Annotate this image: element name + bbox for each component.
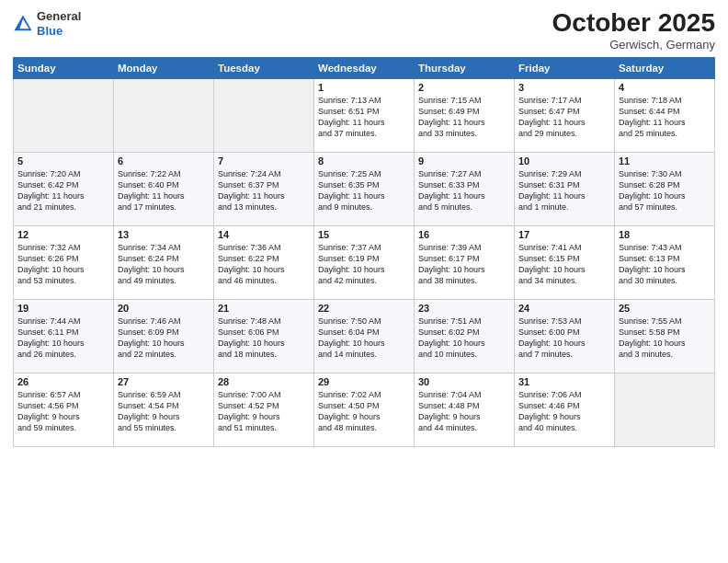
weekday-header: Thursday xyxy=(415,57,515,78)
cell-text: Sunrise: 7:04 AM Sunset: 4:48 PM Dayligh… xyxy=(418,389,510,434)
calendar-cell: 4Sunrise: 7:18 AM Sunset: 6:44 PM Daylig… xyxy=(615,78,715,152)
calendar-body: 1Sunrise: 7:13 AM Sunset: 6:51 PM Daylig… xyxy=(14,78,715,446)
calendar-cell xyxy=(214,78,314,152)
day-number: 19 xyxy=(17,303,109,314)
day-number: 24 xyxy=(518,303,610,314)
calendar-cell: 6Sunrise: 7:22 AM Sunset: 6:40 PM Daylig… xyxy=(114,152,214,225)
cell-text: Sunrise: 7:18 AM Sunset: 6:44 PM Dayligh… xyxy=(619,95,711,140)
calendar-cell: 10Sunrise: 7:29 AM Sunset: 6:31 PM Dayli… xyxy=(515,152,615,225)
cell-text: Sunrise: 7:22 AM Sunset: 6:40 PM Dayligh… xyxy=(118,168,210,213)
calendar-cell: 29Sunrise: 7:02 AM Sunset: 4:50 PM Dayli… xyxy=(314,373,415,446)
calendar-cell: 21Sunrise: 7:48 AM Sunset: 6:06 PM Dayli… xyxy=(214,299,314,373)
cell-text: Sunrise: 6:59 AM Sunset: 4:54 PM Dayligh… xyxy=(118,389,210,434)
calendar-week-row: 5Sunrise: 7:20 AM Sunset: 6:42 PM Daylig… xyxy=(14,152,715,225)
calendar-cell: 25Sunrise: 7:55 AM Sunset: 5:58 PM Dayli… xyxy=(615,299,715,373)
calendar-cell: 31Sunrise: 7:06 AM Sunset: 4:46 PM Dayli… xyxy=(515,373,615,446)
calendar-header-row: SundayMondayTuesdayWednesdayThursdayFrid… xyxy=(14,57,715,78)
weekday-header: Monday xyxy=(114,57,214,78)
calendar-cell: 27Sunrise: 6:59 AM Sunset: 4:54 PM Dayli… xyxy=(114,373,214,446)
cell-text: Sunrise: 7:44 AM Sunset: 6:11 PM Dayligh… xyxy=(17,316,109,361)
cell-text: Sunrise: 7:32 AM Sunset: 6:26 PM Dayligh… xyxy=(17,242,109,287)
day-number: 20 xyxy=(118,303,210,314)
location: Gerwisch, Germany xyxy=(552,38,715,52)
calendar-cell: 12Sunrise: 7:32 AM Sunset: 6:26 PM Dayli… xyxy=(14,225,114,299)
calendar-cell xyxy=(14,78,114,152)
calendar-cell: 13Sunrise: 7:34 AM Sunset: 6:24 PM Dayli… xyxy=(114,225,214,299)
day-number: 11 xyxy=(619,155,711,167)
day-number: 22 xyxy=(318,303,410,314)
calendar-cell: 17Sunrise: 7:41 AM Sunset: 6:15 PM Dayli… xyxy=(515,225,615,299)
day-number: 10 xyxy=(518,155,610,167)
calendar-cell: 16Sunrise: 7:39 AM Sunset: 6:17 PM Dayli… xyxy=(415,225,515,299)
cell-text: Sunrise: 7:46 AM Sunset: 6:09 PM Dayligh… xyxy=(118,316,210,361)
calendar-cell: 15Sunrise: 7:37 AM Sunset: 6:19 PM Dayli… xyxy=(314,225,415,299)
day-number: 12 xyxy=(17,229,109,240)
cell-text: Sunrise: 7:51 AM Sunset: 6:02 PM Dayligh… xyxy=(418,316,510,361)
cell-text: Sunrise: 7:17 AM Sunset: 6:47 PM Dayligh… xyxy=(518,95,610,140)
day-number: 31 xyxy=(518,376,610,387)
cell-text: Sunrise: 7:37 AM Sunset: 6:19 PM Dayligh… xyxy=(318,242,410,287)
calendar-cell: 20Sunrise: 7:46 AM Sunset: 6:09 PM Dayli… xyxy=(114,299,214,373)
calendar-week-row: 1Sunrise: 7:13 AM Sunset: 6:51 PM Daylig… xyxy=(14,78,715,152)
calendar-week-row: 12Sunrise: 7:32 AM Sunset: 6:26 PM Dayli… xyxy=(14,225,715,299)
calendar-week-row: 26Sunrise: 6:57 AM Sunset: 4:56 PM Dayli… xyxy=(14,373,715,446)
cell-text: Sunrise: 7:34 AM Sunset: 6:24 PM Dayligh… xyxy=(118,242,210,287)
cell-text: Sunrise: 7:36 AM Sunset: 6:22 PM Dayligh… xyxy=(218,242,310,287)
title-block: October 2025 Gerwisch, Germany xyxy=(552,9,715,52)
logo-blue: Blue xyxy=(37,24,81,39)
day-number: 13 xyxy=(118,229,210,240)
day-number: 3 xyxy=(518,82,610,93)
calendar-cell: 26Sunrise: 6:57 AM Sunset: 4:56 PM Dayli… xyxy=(14,373,114,446)
day-number: 1 xyxy=(318,82,410,93)
logo: General Blue xyxy=(13,9,81,38)
cell-text: Sunrise: 7:55 AM Sunset: 5:58 PM Dayligh… xyxy=(619,316,711,361)
cell-text: Sunrise: 7:50 AM Sunset: 6:04 PM Dayligh… xyxy=(318,316,410,361)
calendar-cell: 1Sunrise: 7:13 AM Sunset: 6:51 PM Daylig… xyxy=(314,78,415,152)
cell-text: Sunrise: 7:02 AM Sunset: 4:50 PM Dayligh… xyxy=(318,389,410,434)
day-number: 8 xyxy=(318,155,410,167)
cell-text: Sunrise: 7:48 AM Sunset: 6:06 PM Dayligh… xyxy=(218,316,310,361)
cell-text: Sunrise: 7:29 AM Sunset: 6:31 PM Dayligh… xyxy=(518,168,610,213)
cell-text: Sunrise: 7:30 AM Sunset: 6:28 PM Dayligh… xyxy=(619,168,711,213)
day-number: 26 xyxy=(17,376,109,387)
calendar-cell: 5Sunrise: 7:20 AM Sunset: 6:42 PM Daylig… xyxy=(14,152,114,225)
calendar-cell: 2Sunrise: 7:15 AM Sunset: 6:49 PM Daylig… xyxy=(415,78,515,152)
weekday-header: Sunday xyxy=(14,57,114,78)
day-number: 30 xyxy=(418,376,510,387)
weekday-header: Saturday xyxy=(615,57,715,78)
calendar-table: SundayMondayTuesdayWednesdayThursdayFrid… xyxy=(13,57,715,447)
day-number: 7 xyxy=(218,155,310,167)
day-number: 17 xyxy=(518,229,610,240)
header: General Blue October 2025 Gerwisch, Germ… xyxy=(13,9,715,52)
cell-text: Sunrise: 7:15 AM Sunset: 6:49 PM Dayligh… xyxy=(418,95,510,140)
cell-text: Sunrise: 7:20 AM Sunset: 6:42 PM Dayligh… xyxy=(17,168,109,213)
cell-text: Sunrise: 7:41 AM Sunset: 6:15 PM Dayligh… xyxy=(518,242,610,287)
weekday-header: Wednesday xyxy=(314,57,415,78)
day-number: 29 xyxy=(318,376,410,387)
logo-general: General xyxy=(37,9,81,24)
calendar-cell: 22Sunrise: 7:50 AM Sunset: 6:04 PM Dayli… xyxy=(314,299,415,373)
calendar-cell: 18Sunrise: 7:43 AM Sunset: 6:13 PM Dayli… xyxy=(615,225,715,299)
cell-text: Sunrise: 6:57 AM Sunset: 4:56 PM Dayligh… xyxy=(17,389,109,434)
day-number: 5 xyxy=(17,155,109,167)
cell-text: Sunrise: 7:27 AM Sunset: 6:33 PM Dayligh… xyxy=(418,168,510,213)
cell-text: Sunrise: 7:25 AM Sunset: 6:35 PM Dayligh… xyxy=(318,168,410,213)
cell-text: Sunrise: 7:53 AM Sunset: 6:00 PM Dayligh… xyxy=(518,316,610,361)
calendar-cell: 11Sunrise: 7:30 AM Sunset: 6:28 PM Dayli… xyxy=(615,152,715,225)
day-number: 28 xyxy=(218,376,310,387)
weekday-header: Tuesday xyxy=(214,57,314,78)
calendar-cell xyxy=(114,78,214,152)
logo-icon xyxy=(13,14,33,34)
calendar-cell: 9Sunrise: 7:27 AM Sunset: 6:33 PM Daylig… xyxy=(415,152,515,225)
cell-text: Sunrise: 7:13 AM Sunset: 6:51 PM Dayligh… xyxy=(318,95,410,140)
month-title: October 2025 xyxy=(552,9,715,38)
day-number: 18 xyxy=(619,229,711,240)
day-number: 2 xyxy=(418,82,510,93)
day-number: 16 xyxy=(418,229,510,240)
cell-text: Sunrise: 7:00 AM Sunset: 4:52 PM Dayligh… xyxy=(218,389,310,434)
calendar-cell: 7Sunrise: 7:24 AM Sunset: 6:37 PM Daylig… xyxy=(214,152,314,225)
day-number: 27 xyxy=(118,376,210,387)
calendar-week-row: 19Sunrise: 7:44 AM Sunset: 6:11 PM Dayli… xyxy=(14,299,715,373)
cell-text: Sunrise: 7:39 AM Sunset: 6:17 PM Dayligh… xyxy=(418,242,510,287)
day-number: 25 xyxy=(619,303,711,314)
